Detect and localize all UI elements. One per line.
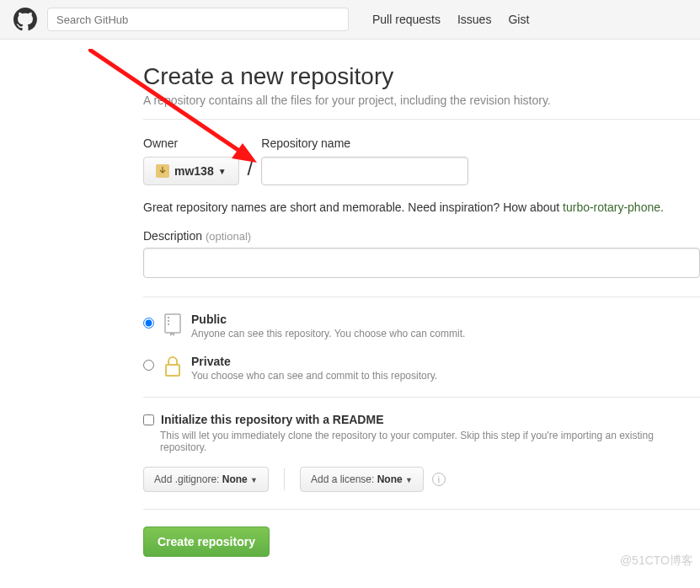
public-desc: Anyone can see this repository. You choo… bbox=[191, 328, 465, 339]
main: Create a new repository A repository con… bbox=[0, 40, 700, 574]
divider bbox=[143, 297, 700, 297]
description-input[interactable] bbox=[143, 248, 700, 278]
owner-select[interactable]: mw138 ▼ bbox=[143, 157, 239, 185]
readme-checkbox[interactable] bbox=[143, 414, 154, 425]
slash-separator: / bbox=[248, 157, 254, 185]
svg-rect-6 bbox=[166, 365, 179, 376]
repo-name-input[interactable] bbox=[261, 157, 468, 185]
svg-rect-3 bbox=[168, 317, 169, 318]
repo-icon bbox=[163, 313, 183, 336]
avatar-icon bbox=[156, 164, 169, 178]
info-icon[interactable]: i bbox=[432, 473, 446, 486]
page-title: Create a new repository bbox=[143, 63, 700, 90]
header: Pull requests Issues Gist bbox=[0, 0, 700, 40]
caret-down-icon: ▼ bbox=[405, 476, 413, 484]
private-title: Private bbox=[191, 355, 437, 368]
suggestion-link[interactable]: turbo-rotary-phone bbox=[563, 200, 660, 214]
visibility-public-row: Public Anyone can see this repository. Y… bbox=[143, 313, 700, 339]
divider bbox=[143, 397, 700, 398]
page-subtitle: A repository contains all the files for … bbox=[143, 94, 700, 107]
svg-rect-2 bbox=[165, 314, 180, 333]
owner-field: Owner mw138 ▼ bbox=[143, 136, 239, 185]
search-input[interactable] bbox=[47, 8, 349, 31]
repo-name-label: Repository name bbox=[261, 136, 468, 150]
divider bbox=[284, 468, 285, 490]
create-repository-button[interactable]: Create repository bbox=[143, 527, 270, 557]
nav-pull-requests[interactable]: Pull requests bbox=[372, 13, 441, 26]
readme-desc: This will let you immediately clone the … bbox=[160, 430, 700, 453]
divider bbox=[143, 509, 700, 510]
owner-label: Owner bbox=[143, 136, 239, 150]
caret-down-icon: ▼ bbox=[250, 476, 258, 484]
name-hint: Great repository names are short and mem… bbox=[143, 200, 700, 214]
lock-icon bbox=[163, 355, 183, 378]
description-label: Description (optional) bbox=[143, 229, 251, 243]
github-logo-icon[interactable] bbox=[13, 8, 37, 31]
readme-title: Initialize this repository with a README bbox=[161, 413, 383, 426]
nav-issues[interactable]: Issues bbox=[457, 13, 491, 26]
gitignore-select[interactable]: Add .gitignore: None ▼ bbox=[143, 467, 269, 492]
private-radio[interactable] bbox=[143, 360, 154, 371]
watermark: @51CTO博客 bbox=[620, 553, 693, 569]
caret-down-icon: ▼ bbox=[218, 167, 227, 176]
license-select[interactable]: Add a license: None ▼ bbox=[300, 467, 424, 492]
repo-name-field: Repository name bbox=[261, 136, 468, 185]
visibility-private-row: Private You choose who can see and commi… bbox=[143, 355, 700, 382]
readme-row: Initialize this repository with a README bbox=[143, 413, 700, 426]
svg-rect-4 bbox=[168, 320, 169, 322]
public-radio[interactable] bbox=[143, 318, 154, 329]
owner-name: mw138 bbox=[174, 164, 214, 178]
options-row: Add .gitignore: None ▼ Add a license: No… bbox=[143, 467, 700, 492]
private-desc: You choose who can see and commit to thi… bbox=[191, 370, 437, 382]
svg-rect-5 bbox=[168, 323, 169, 325]
public-title: Public bbox=[191, 313, 465, 326]
nav: Pull requests Issues Gist bbox=[372, 13, 529, 26]
divider bbox=[143, 119, 700, 120]
nav-gist[interactable]: Gist bbox=[508, 13, 529, 26]
